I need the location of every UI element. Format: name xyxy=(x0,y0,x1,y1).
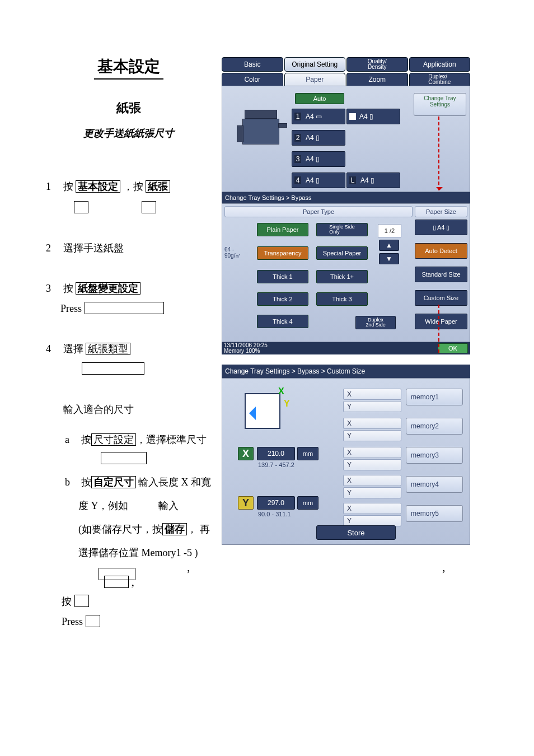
y-label-badge: Y xyxy=(238,496,254,510)
xy-display-2x: X xyxy=(343,418,401,429)
empty-box xyxy=(82,362,144,375)
x-value-input[interactable]: 210.0 xyxy=(257,447,295,460)
document-icon: X Y xyxy=(245,388,286,429)
empty-box xyxy=(74,595,89,607)
tray-4-label: A4 ▯ xyxy=(306,176,320,184)
s1-box2: 紙張 xyxy=(146,180,170,193)
tray-1-label: A4 ▭ xyxy=(306,113,322,120)
thick2-button[interactable]: Thick 2 xyxy=(257,292,308,306)
breadcrumb-2: Change Tray Settings > Bypass > Custom S… xyxy=(222,365,470,378)
heading-subtitle2: 更改手送紙紙張尺寸 xyxy=(67,127,190,140)
ok-button[interactable]: OK xyxy=(438,343,468,353)
plain-paper-button[interactable]: Plain Paper xyxy=(257,223,308,236)
copier-icon xyxy=(235,106,284,149)
single-side-button[interactable]: Single Side Only xyxy=(316,223,368,236)
x-unit: mm xyxy=(297,447,318,460)
xy-display-3y: Y xyxy=(343,459,401,470)
tab-duplex[interactable]: Duplex/ Combine xyxy=(409,73,471,86)
thick4-button[interactable]: Thick 4 xyxy=(257,315,308,328)
b-pre: 按 xyxy=(81,477,91,488)
sub-b: b 按自定尺寸 輸入長度 X 和寬 xyxy=(65,474,214,491)
tray-r1-label: A4 ▯ xyxy=(359,113,373,120)
tab-color[interactable]: Color xyxy=(222,73,283,86)
tab-application[interactable]: Application xyxy=(409,57,471,72)
b-line3: (如要儲存尺寸，按儲存， 再 xyxy=(78,521,214,538)
press-label: 按 xyxy=(62,596,72,607)
memory2-button[interactable]: memory2 xyxy=(406,418,463,435)
heading-subtitle: 紙張 xyxy=(67,100,190,116)
transparency-button[interactable]: Transparency xyxy=(257,246,308,260)
s3-press: Press xyxy=(60,303,82,314)
tab-zoom[interactable]: Zoom xyxy=(346,73,408,86)
tray-3[interactable]: 3A4 ▯ xyxy=(292,151,345,167)
tray-3-label: A4 ▯ xyxy=(306,155,320,163)
thick3-button[interactable]: Thick 3 xyxy=(316,292,368,306)
memory3-button[interactable]: memory3 xyxy=(406,447,463,464)
tab-paper[interactable]: Paper xyxy=(284,73,346,86)
a-box: 尺寸設定 xyxy=(91,433,136,446)
tab-basic[interactable]: Basic xyxy=(222,57,283,72)
press-en: Press xyxy=(62,615,100,628)
tab-color-label: Color xyxy=(244,76,260,83)
auto-detect-button[interactable]: Auto Detect xyxy=(415,243,467,259)
tab-original[interactable]: Original Setting xyxy=(284,57,346,72)
page-down-button[interactable]: ▼ xyxy=(379,253,399,264)
page-up-button[interactable]: ▲ xyxy=(379,240,399,251)
tray-r1[interactable]: A4 ▯ xyxy=(346,109,400,124)
xy-display-1y: Y xyxy=(343,401,401,412)
step-3: 3 按 紙盤變更設定 Press xyxy=(46,280,214,317)
thick1p-button[interactable]: Thick 1+ xyxy=(316,270,368,283)
size-a4-button[interactable]: ▯ A4 ▯ xyxy=(415,220,467,235)
page-indicator: 1 /2 xyxy=(378,224,401,237)
tab-zoom-label: Zoom xyxy=(368,76,386,83)
breadcrumb-1: Change Tray Settings > Bypass xyxy=(222,192,470,203)
custom-size-button[interactable]: Custom Size xyxy=(415,290,467,306)
change-tray-button[interactable]: Change Tray Settings xyxy=(414,93,466,116)
top-tabs: Basic Original Setting Quality/ Density … xyxy=(222,57,470,72)
tray-1[interactable]: 1A4 ▭ xyxy=(292,109,345,124)
tray-r4[interactable]: LA4 ▯ xyxy=(346,172,400,188)
tray-r4-label: A4 ▯ xyxy=(360,176,374,184)
trailing-boxes: , xyxy=(104,575,134,589)
tab-quality[interactable]: Quality/ Density xyxy=(346,57,408,72)
b-line2: 度 Y，例如 輸入 xyxy=(78,497,214,514)
press-cn: 按 xyxy=(62,595,89,608)
red-arrow-icon xyxy=(438,116,441,190)
paper-type-panel: Paper Type Paper Size Plain Paper Single… xyxy=(222,203,470,342)
b3-box: 儲存 xyxy=(162,523,187,535)
tray-4[interactable]: 4A4 ▯ xyxy=(292,172,345,188)
s2-text: 選擇手送紙盤 xyxy=(63,242,124,254)
letter-b: b xyxy=(65,474,78,491)
tray-icon xyxy=(349,113,356,120)
custom-size-panel: X Y X 210.0 mm 139.7 - 457.2 Y 297.0 mm … xyxy=(222,378,470,545)
memory4-button[interactable]: memory4 xyxy=(406,476,463,493)
a-post: ，選擇標準尺寸 xyxy=(136,434,207,445)
status-memory: Memory 100% xyxy=(224,348,268,354)
s1-mid: ，按 xyxy=(123,181,143,192)
wide-paper-button[interactable]: Wide Paper xyxy=(415,314,467,329)
tab-duplex-label: Duplex/ Combine xyxy=(428,74,451,85)
standard-size-button[interactable]: Standard Size xyxy=(415,267,467,282)
x-range: 139.7 - 457.2 xyxy=(258,461,294,468)
tray-2[interactable]: 2A4 ▯ xyxy=(292,130,345,146)
y-value-input[interactable]: 297.0 xyxy=(257,496,295,510)
s4-box1: 紙張類型 xyxy=(86,343,130,355)
memory5-button[interactable]: memory5 xyxy=(406,505,463,522)
sub-tabs: Color Paper Zoom Duplex/ Combine xyxy=(222,73,470,86)
xy-display-5x: X xyxy=(343,503,401,514)
tray-2-label: A4 ▯ xyxy=(306,134,320,142)
store-button[interactable]: Store xyxy=(316,525,396,540)
special-paper-button[interactable]: Special Paper xyxy=(316,246,368,260)
empty-box xyxy=(85,302,164,314)
y-unit: mm xyxy=(297,496,318,510)
hdr-paper-type: Paper Type xyxy=(224,206,413,217)
auto-button[interactable]: Auto xyxy=(295,93,344,104)
xy-display-5y: Y xyxy=(343,515,401,526)
y-letter: Y xyxy=(284,399,290,409)
heading-block: 基本設定 紙張 更改手送紙紙張尺寸 xyxy=(67,56,190,140)
duplex-2nd-button[interactable]: Duplex 2nd Side xyxy=(355,316,396,329)
thick1-button[interactable]: Thick 1 xyxy=(257,270,308,283)
memory1-button[interactable]: memory1 xyxy=(406,389,463,405)
gsm-label: 64 - 90g/㎡ xyxy=(224,246,241,259)
xy-display-4x: X xyxy=(343,475,401,486)
